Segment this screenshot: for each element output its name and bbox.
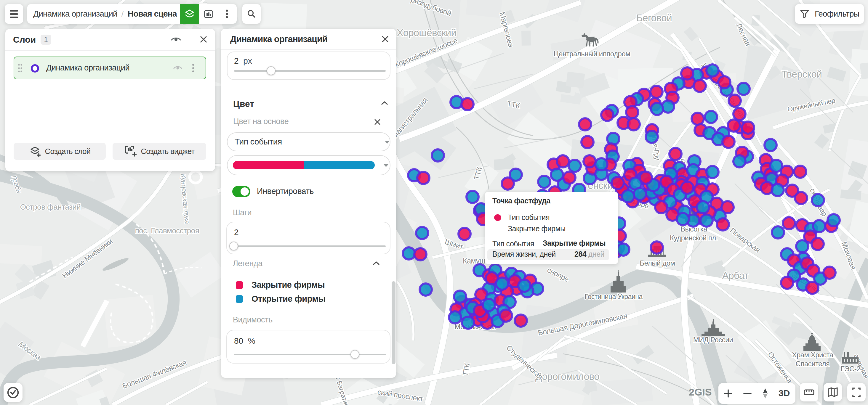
svg-text:Гостиница Украина: Гостиница Украина [585, 293, 643, 301]
svg-text:МИД России: МИД России [693, 336, 733, 344]
svg-text:Тверской: Тверской [781, 69, 822, 80]
svg-text:Кудринской пл.: Кудринской пл. [670, 234, 718, 242]
svg-text:Центральный ипподром: Центральный ипподром [554, 50, 630, 58]
svg-text:Дорогомилово: Дорогомилово [535, 371, 599, 382]
svg-text:Спасителя: Спасителя [796, 360, 830, 368]
svg-text:Остров фантазий: Остров фантазий [20, 203, 81, 211]
svg-text:ГЭС-2: ГЭС-2 [841, 365, 861, 373]
svg-text:Арбат: Арбат [722, 270, 749, 281]
svg-text:Белый дом: Белый дом [640, 259, 675, 267]
svg-text:Хорошёвский: Хорошёвский [397, 27, 457, 38]
svg-text:Беговой: Беговой [636, 12, 672, 23]
svg-text:Храм Христа: Храм Христа [792, 351, 833, 359]
svg-text:пос. Главмосстроя: пос. Главмосстроя [135, 226, 199, 235]
